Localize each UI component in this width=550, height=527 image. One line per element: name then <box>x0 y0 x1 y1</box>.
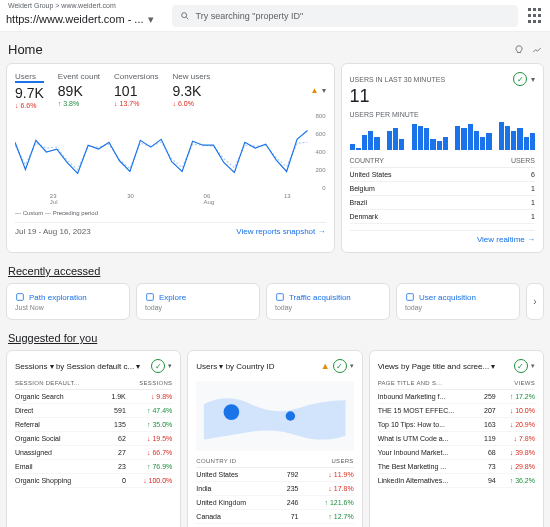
chart-legend: — Custom ⋯ Preceding period <box>15 209 326 216</box>
realtime-bars <box>350 122 536 150</box>
svg-point-6 <box>224 404 240 420</box>
chevron-down-icon[interactable]: ▾ <box>531 75 535 84</box>
svg-rect-5 <box>407 294 414 301</box>
next-button[interactable]: › <box>526 283 544 320</box>
metric-label[interactable]: Users <box>15 72 44 83</box>
realtime-sub: USERS PER MINUTE <box>350 111 536 118</box>
table-row[interactable]: Organic Search1.9K↓ 9.8% <box>15 390 172 404</box>
chevron-down-icon[interactable]: ▾ <box>350 362 354 370</box>
status-ok-icon[interactable]: ✓ <box>151 359 165 373</box>
card-title[interactable]: Sessions ▾ by Session default c... ▾ <box>15 362 140 371</box>
suggested-title: Suggested for you <box>0 320 550 350</box>
table-row[interactable]: Email23↑ 76.9% <box>15 460 172 474</box>
search-placeholder: Try searching "property ID" <box>196 11 304 21</box>
svg-line-1 <box>186 17 188 19</box>
table-row[interactable]: What is UTM Code a...119↓ 7.8% <box>378 432 535 446</box>
metric-delta: ↓ 6.6% <box>15 102 44 109</box>
rt-users: 1 <box>467 182 535 196</box>
table-row[interactable]: Inbound Marketing f...259↑ 17.2% <box>378 390 535 404</box>
view-realtime-link[interactable]: View realtime → <box>477 235 535 244</box>
recent-card[interactable]: Exploretoday <box>136 283 260 320</box>
table-row[interactable]: Direct591↑ 47.4% <box>15 404 172 418</box>
property-selector[interactable]: https://www.weidert.com - ...▾ <box>6 13 154 26</box>
table-row[interactable]: Your Inbound Market...68↓ 39.8% <box>378 446 535 460</box>
breadcrumb[interactable]: Weidert Group > www.weidert.com <box>8 2 116 9</box>
realtime-value: 11 <box>350 86 536 107</box>
metric-label[interactable]: Event count <box>58 72 100 81</box>
topbar: Weidert Group > www.weidert.com https://… <box>0 0 550 32</box>
table-row[interactable]: The Best Marketing ...73↓ 29.8% <box>378 460 535 474</box>
rt-users: 1 <box>467 210 535 224</box>
date-range[interactable]: Jul 19 - Aug 16, 2023 <box>15 227 91 236</box>
table-row[interactable]: Organic Social62↓ 19.5% <box>15 432 172 446</box>
suggested-card: Users ▾ by Country ID▲✓▾COUNTRY IDUSERSU… <box>187 350 362 527</box>
chevron-down-icon[interactable]: ▾ <box>531 362 535 370</box>
status-ok-icon[interactable]: ✓ <box>514 359 528 373</box>
status-ok-icon[interactable]: ✓ <box>333 359 347 373</box>
apps-icon[interactable] <box>528 8 544 24</box>
realtime-card: USERS IN LAST 30 MINUTES ✓▾ 11 USERS PER… <box>341 63 545 253</box>
chevron-down-icon[interactable]: ▾ <box>168 362 172 370</box>
view-reports-link[interactable]: View reports snapshot → <box>236 227 325 236</box>
metric-value: 101 <box>114 83 158 99</box>
status-ok-icon[interactable]: ✓ <box>513 72 527 86</box>
svg-rect-2 <box>17 294 24 301</box>
rt-users: 6 <box>467 168 535 182</box>
recent-card[interactable]: Path explorationJust Now <box>6 283 130 320</box>
table-row[interactable]: United States792↓ 11.9% <box>196 468 353 482</box>
table-row[interactable]: Top 10 Tips: How to...163↓ 20.9% <box>378 418 535 432</box>
recently-accessed-title: Recently accessed <box>0 253 550 283</box>
realtime-head: USERS IN LAST 30 MINUTES <box>350 76 446 83</box>
svg-rect-3 <box>147 294 154 301</box>
overview-card: Users9.7K↓ 6.6%Event count89K↑ 3.8%Conve… <box>6 63 335 253</box>
search-input[interactable]: Try searching "property ID" <box>172 5 518 27</box>
rt-users: 1 <box>467 196 535 210</box>
table-row[interactable]: United Kingdom246↑ 121.6% <box>196 496 353 510</box>
suggested-card: Views by Page title and scree... ▾✓▾PAGE… <box>369 350 544 527</box>
metric-label[interactable]: Conversions <box>114 72 158 81</box>
recent-card[interactable]: Traffic acquisitiontoday <box>266 283 390 320</box>
trend-icon[interactable] <box>532 45 542 55</box>
rt-country[interactable]: Brazil <box>350 196 468 210</box>
anomaly-icon[interactable]: ▲ <box>321 361 330 371</box>
metric-value: 9.3K <box>173 83 211 99</box>
tip-icon[interactable] <box>514 45 524 55</box>
rt-country[interactable]: United States <box>350 168 468 182</box>
world-map[interactable] <box>196 381 353 451</box>
svg-point-0 <box>181 12 186 17</box>
rt-country[interactable]: Belgium <box>350 182 468 196</box>
rt-country[interactable]: Denmark <box>350 210 468 224</box>
metric-value: 89K <box>58 83 100 99</box>
recent-card[interactable]: User acquisitiontoday <box>396 283 520 320</box>
home-header: Home <box>0 32 550 63</box>
report-icon <box>145 292 155 302</box>
table-row[interactable]: Philippines58↓ 4.9% <box>196 524 353 528</box>
report-icon <box>275 292 285 302</box>
metric-delta: ↑ 3.8% <box>58 100 100 107</box>
report-icon <box>405 292 415 302</box>
table-row[interactable]: Unassigned27↓ 66.7% <box>15 446 172 460</box>
overview-chart <box>15 113 308 191</box>
metric-delta: ↓ 13.7% <box>114 100 158 107</box>
metric-value: 9.7K <box>15 85 44 101</box>
svg-point-7 <box>286 411 295 420</box>
table-row[interactable]: Organic Shopping0↓ 100.0% <box>15 474 172 488</box>
table-row[interactable]: India235↓ 17.8% <box>196 482 353 496</box>
chevron-down-icon: ▾ <box>148 13 154 25</box>
page-title: Home <box>8 42 43 57</box>
svg-rect-4 <box>277 294 284 301</box>
suggested-card: Sessions ▾ by Session default c... ▾✓▾SE… <box>6 350 181 527</box>
table-row[interactable]: Referral135↑ 35.0% <box>15 418 172 432</box>
card-title[interactable]: Views by Page title and scree... ▾ <box>378 362 496 371</box>
table-row[interactable]: Canada71↑ 12.7% <box>196 510 353 524</box>
card-title[interactable]: Users ▾ by Country ID <box>196 362 274 371</box>
report-icon <box>15 292 25 302</box>
metric-label[interactable]: New users <box>173 72 211 81</box>
table-row[interactable]: LinkedIn Alternatives...94↑ 36.2% <box>378 474 535 488</box>
anomaly-badge[interactable]: ▲▾ <box>311 86 326 95</box>
search-icon <box>180 11 190 21</box>
table-row[interactable]: THE 15 MOST EFFEC...207↓ 10.0% <box>378 404 535 418</box>
realtime-table: COUNTRYUSERS United States6Belgium1Brazi… <box>350 154 536 224</box>
metric-delta: ↓ 6.0% <box>173 100 211 107</box>
